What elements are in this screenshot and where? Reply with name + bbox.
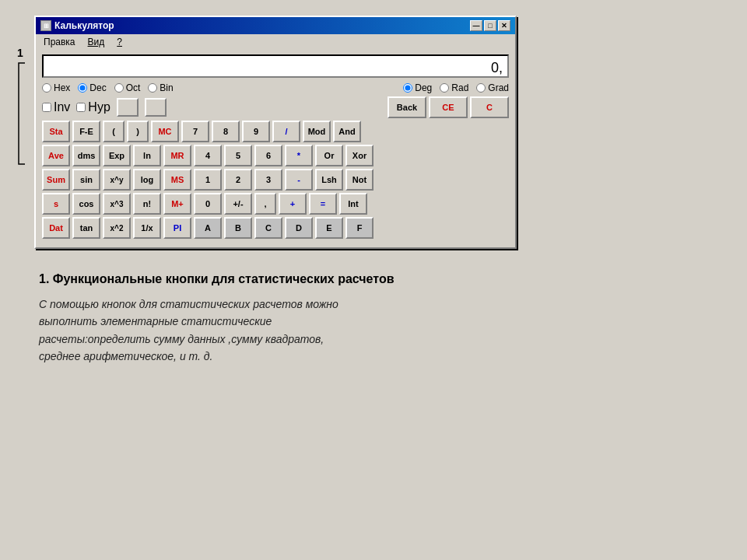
dec-radio[interactable] bbox=[78, 83, 87, 93]
exp-button[interactable]: Exp bbox=[103, 145, 131, 166]
maximize-button[interactable]: □ bbox=[484, 20, 496, 31]
sub-button[interactable]: - bbox=[285, 169, 313, 191]
mc-button[interactable]: MC bbox=[151, 121, 179, 142]
plusminus-button[interactable]: +/- bbox=[224, 193, 252, 215]
btn-6[interactable]: 6 bbox=[254, 145, 282, 166]
btn-9[interactable]: 9 bbox=[242, 121, 270, 142]
calculator-window: ⊞ Калькулятор — □ ✕ Правка Вид ? 0, bbox=[34, 16, 517, 249]
mr-button[interactable]: MR bbox=[163, 145, 191, 166]
rad-radio[interactable] bbox=[440, 83, 449, 93]
lsh-button[interactable]: Lsh bbox=[315, 169, 343, 191]
not-button[interactable]: Not bbox=[345, 169, 374, 191]
ms-button[interactable]: MS bbox=[163, 169, 191, 191]
radio-bin[interactable]: Bin bbox=[148, 82, 173, 93]
grad-radio[interactable] bbox=[476, 83, 486, 93]
display: 0, bbox=[42, 54, 509, 78]
btn-5[interactable]: 5 bbox=[224, 145, 252, 166]
radio-deg[interactable]: Deg bbox=[403, 82, 432, 93]
sum-button[interactable]: Sum bbox=[42, 169, 70, 191]
comma-button[interactable]: , bbox=[254, 193, 276, 215]
menu-help[interactable]: ? bbox=[115, 36, 124, 48]
btn-4[interactable]: 4 bbox=[194, 145, 222, 166]
log-button[interactable]: log bbox=[133, 169, 161, 191]
menu-bar: Правка Вид ? bbox=[36, 34, 515, 50]
lparen-button[interactable]: ( bbox=[103, 121, 124, 142]
inv-checkbox-label[interactable]: Inv bbox=[42, 100, 70, 114]
xor-button[interactable]: Xor bbox=[345, 145, 374, 166]
dat-button[interactable]: Dat bbox=[42, 217, 70, 239]
btn-0[interactable]: 0 bbox=[194, 193, 222, 215]
fact-button[interactable]: n! bbox=[133, 193, 161, 215]
btn-3[interactable]: 3 bbox=[254, 169, 282, 191]
button-row-3: Sum sin x^y log MS 1 2 3 - Lsh Not bbox=[42, 169, 509, 191]
menu-view[interactable]: Вид bbox=[86, 36, 107, 48]
equals-button[interactable]: = bbox=[309, 193, 337, 215]
menu-edit[interactable]: Правка bbox=[42, 36, 77, 48]
sin-button[interactable]: sin bbox=[72, 169, 100, 191]
add-button[interactable]: + bbox=[279, 193, 307, 215]
bin-radio[interactable] bbox=[148, 83, 157, 93]
hyp-checkbox-label[interactable]: Hyp bbox=[76, 100, 110, 114]
radio-rad[interactable]: Rad bbox=[440, 82, 468, 93]
x3-button[interactable]: x^3 bbox=[103, 193, 131, 215]
back-ce-c-group: Back CE C bbox=[388, 96, 509, 118]
btn-2[interactable]: 2 bbox=[224, 169, 252, 191]
dms-button[interactable]: dms bbox=[72, 145, 100, 166]
calc-body: 0, Hex Dec Oct bbox=[36, 50, 515, 247]
btn-7[interactable]: 7 bbox=[181, 121, 209, 142]
deg-radio[interactable] bbox=[403, 83, 412, 93]
s-button[interactable]: s bbox=[42, 193, 70, 215]
inv-checkbox[interactable] bbox=[42, 103, 51, 112]
bracket-number: 1 bbox=[17, 47, 23, 59]
hex-radio[interactable] bbox=[42, 83, 51, 93]
btn-e[interactable]: E bbox=[315, 217, 343, 239]
xy-button[interactable]: x^y bbox=[103, 169, 131, 191]
btn-f[interactable]: F bbox=[345, 217, 374, 239]
btn-d[interactable]: D bbox=[285, 217, 313, 239]
button-row-5: Dat tan x^2 1/x PI A B C D E F bbox=[42, 217, 509, 239]
inv-button[interactable]: 1/x bbox=[133, 217, 161, 239]
number-system-group: Hex Dec Oct Bin bbox=[42, 82, 174, 93]
ave-button[interactable]: Ave bbox=[42, 145, 70, 166]
back-button[interactable]: Back bbox=[388, 96, 426, 118]
button-row-4: s cos x^3 n! M+ 0 +/- , + = Int bbox=[42, 193, 509, 215]
btn-c[interactable]: C bbox=[254, 217, 282, 239]
mplus-button[interactable]: M+ bbox=[163, 193, 191, 215]
int-button[interactable]: Int bbox=[339, 193, 367, 215]
fe-button[interactable]: F-E bbox=[72, 121, 100, 142]
or-button[interactable]: Or bbox=[315, 145, 343, 166]
btn-8[interactable]: 8 bbox=[212, 121, 240, 142]
btn-1[interactable]: 1 bbox=[194, 169, 222, 191]
btn-b[interactable]: B bbox=[224, 217, 252, 239]
hyp-checkbox[interactable] bbox=[76, 103, 86, 112]
bracket-label: 1 bbox=[16, 47, 28, 168]
button-row-1: Sta F-E ( ) MC 7 8 9 / Mod And bbox=[42, 121, 509, 142]
bracket-svg bbox=[16, 59, 28, 168]
c-button[interactable]: C bbox=[470, 96, 509, 118]
mul-button[interactable]: * bbox=[285, 145, 313, 166]
radio-hex[interactable]: Hex bbox=[42, 82, 70, 93]
oct-radio[interactable] bbox=[114, 83, 124, 93]
ce-button[interactable]: CE bbox=[429, 96, 468, 118]
app-icon: ⊞ bbox=[40, 20, 51, 31]
tan-button[interactable]: tan bbox=[72, 217, 100, 239]
mod-button[interactable]: Mod bbox=[303, 121, 331, 142]
pi-button[interactable]: PI bbox=[163, 217, 191, 239]
x2-button[interactable]: x^2 bbox=[103, 217, 131, 239]
and-button[interactable]: And bbox=[333, 121, 361, 142]
div-button[interactable]: / bbox=[272, 121, 300, 142]
minimize-button[interactable]: — bbox=[470, 20, 482, 31]
radio-dec[interactable]: Dec bbox=[78, 82, 106, 93]
title-bar: ⊞ Калькулятор — □ ✕ bbox=[36, 17, 515, 34]
rparen-button[interactable]: ) bbox=[127, 121, 149, 142]
sta-button[interactable]: Sta bbox=[42, 121, 70, 142]
angle-group: Deg Rad Grad bbox=[403, 82, 509, 93]
section-text: С помощью кнопок для статистических расч… bbox=[39, 296, 366, 366]
cos-button[interactable]: cos bbox=[72, 193, 100, 215]
radio-oct[interactable]: Oct bbox=[114, 82, 141, 93]
btn-a[interactable]: A bbox=[194, 217, 222, 239]
close-button[interactable]: ✕ bbox=[498, 20, 510, 31]
window-title: Калькулятор bbox=[54, 20, 114, 31]
ln-button[interactable]: ln bbox=[133, 145, 161, 166]
radio-grad[interactable]: Grad bbox=[476, 82, 509, 93]
